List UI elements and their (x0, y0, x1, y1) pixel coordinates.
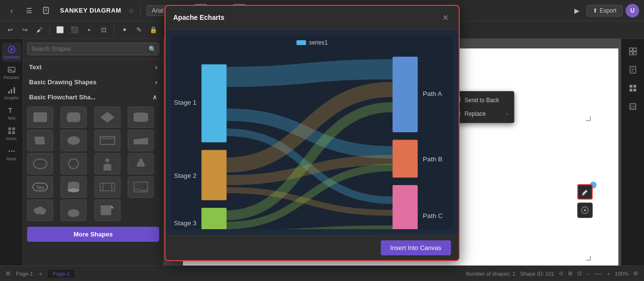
flowchart-chevron-icon: ∧ (152, 94, 157, 101)
edit-button[interactable]: ✎ (133, 24, 145, 36)
svg-rect-69 (633, 89, 636, 92)
sidebar-item-pictures[interactable]: Pictures (2, 63, 21, 82)
back-button[interactable]: ‹ (5, 4, 18, 17)
dialog-title: Apache Echarts (173, 14, 225, 21)
insert-into-canvas-button[interactable]: Insert Into Canvas (381, 240, 451, 255)
apache-echarts-dialog[interactable]: Apache Echarts ✕ series1 Stage 1 Stage 2 (165, 5, 460, 261)
shape-yes-no[interactable]: Yes (27, 176, 53, 198)
svg-rect-60 (629, 52, 632, 55)
sidebar-item-graphs[interactable]: Graphs (2, 83, 21, 103)
shape-circle[interactable] (60, 153, 87, 174)
sidebar-item-icons[interactable]: Icons (2, 124, 21, 143)
favorite-icon[interactable]: ☆ (128, 7, 135, 15)
svg-marker-26 (134, 138, 148, 144)
shape-cloud[interactable] (27, 200, 53, 221)
align-left-button[interactable]: ⬜ (54, 24, 66, 36)
zoom-level: 100% (615, 271, 629, 277)
svg-rect-19 (33, 112, 47, 122)
page-panel-icon[interactable] (624, 61, 642, 78)
svg-rect-66 (629, 85, 632, 88)
shape-actor[interactable] (128, 153, 154, 174)
search-icon[interactable]: 🔍 (149, 46, 156, 53)
format-panel-icon[interactable] (624, 43, 642, 60)
zoom-fit-button[interactable]: ⊡ (577, 270, 582, 277)
toggle-sidebar-button[interactable]: ⊞ (6, 270, 10, 277)
shape-arc[interactable] (60, 200, 87, 221)
more-shapes-button[interactable]: More Shapes (27, 227, 159, 242)
text-section-header[interactable]: Text › (23, 60, 163, 75)
dialog-body: series1 Stage 1 Stage 2 Stage 3 (165, 30, 459, 235)
settings-button[interactable] (577, 203, 593, 218)
menu-button[interactable]: ☰ (22, 4, 36, 17)
shape-person[interactable] (94, 153, 120, 174)
legend-color-swatch (297, 40, 306, 45)
sidebar-item-symbols[interactable]: Symbols (2, 43, 21, 62)
svg-point-31 (137, 163, 140, 166)
svg-text:Path A: Path A (423, 90, 442, 97)
svg-point-23 (67, 136, 80, 145)
settings-gear-button[interactable]: ⚙ (633, 270, 638, 277)
shapes-panel-icon[interactable] (624, 79, 642, 97)
zoom-in-button[interactable]: + (607, 271, 610, 277)
svg-text:Stage 1: Stage 1 (174, 99, 196, 106)
sep2 (49, 25, 50, 35)
distribute-h-button[interactable]: ⊡ (97, 24, 110, 36)
svg-rect-38 (100, 183, 115, 191)
add-page-button[interactable]: + (39, 271, 42, 277)
avatar[interactable]: U (626, 4, 639, 17)
undo-button[interactable]: ↩ (4, 24, 16, 36)
svg-rect-14 (8, 131, 11, 134)
svg-rect-20 (67, 112, 80, 122)
legend-label: series1 (309, 39, 328, 46)
svg-rect-12 (8, 127, 11, 130)
page-tab[interactable]: Page-1 (48, 270, 75, 278)
zoom-out-button[interactable]: − (586, 271, 589, 277)
redo-button[interactable]: ↪ (18, 24, 31, 36)
layout-button[interactable]: ⊞ (568, 270, 572, 277)
dialog-close-button[interactable]: ✕ (439, 12, 451, 23)
paint-format-button[interactable]: 🖌 (33, 24, 45, 36)
shape-oval[interactable] (60, 130, 87, 151)
sidebar-item-more[interactable]: More (2, 144, 21, 164)
svg-text:Path B: Path B (423, 156, 443, 163)
shape-paper[interactable] (128, 176, 154, 198)
pictures-label: Pictures (3, 75, 19, 80)
shape-parallelogram[interactable] (27, 130, 53, 151)
shape-rectangle[interactable] (27, 107, 53, 128)
search-input[interactable] (27, 43, 159, 55)
edit-chart-button[interactable] (577, 184, 593, 200)
svg-point-16 (8, 151, 10, 152)
shape-input-output[interactable] (94, 130, 120, 151)
layers-panel-icon[interactable] (624, 98, 642, 115)
app-title: SANKEY DIAGRAM (60, 7, 121, 14)
resize-handle[interactable] (586, 116, 591, 121)
lock-button[interactable]: 🔒 (147, 24, 160, 36)
star-shape-button[interactable]: ✦ (118, 24, 131, 36)
align-right-button[interactable]: ▪ (83, 24, 95, 36)
sidebar-item-text[interactable]: T Text (2, 104, 21, 123)
drawing-chevron-icon: › (155, 78, 157, 86)
zoom-menu-button[interactable]: ⊙ (559, 270, 563, 277)
shape-manual-input[interactable] (128, 130, 154, 151)
svg-rect-75 (201, 150, 226, 200)
svg-rect-70 (630, 104, 636, 109)
export-button[interactable]: ⬆ Export (586, 5, 623, 16)
flowchart-section-header[interactable]: Basic Flowchart Sha... ∧ (23, 90, 163, 105)
svg-rect-9 (11, 89, 12, 94)
svg-point-29 (105, 158, 109, 162)
right-sidebar (621, 39, 644, 265)
shape-cylinder[interactable] (60, 176, 87, 198)
shape-rounded-rect[interactable] (60, 107, 87, 128)
shape-process[interactable] (94, 176, 120, 198)
shape-banner[interactable] (128, 107, 154, 128)
zoom-slider[interactable]: ── (595, 271, 602, 277)
shape-ellipse[interactable] (27, 153, 53, 174)
graphs-label: Graphs (4, 95, 19, 100)
svg-rect-58 (629, 48, 632, 51)
shape-note[interactable] (94, 200, 120, 221)
shape-diamond[interactable] (94, 107, 120, 128)
resize-handle-bottom[interactable] (586, 256, 591, 261)
play-button[interactable]: ▶ (570, 4, 584, 17)
align-center-button[interactable]: ⬛ (68, 24, 81, 36)
basic-drawing-section-header[interactable]: Basic Drawing Shapes › (23, 75, 163, 90)
